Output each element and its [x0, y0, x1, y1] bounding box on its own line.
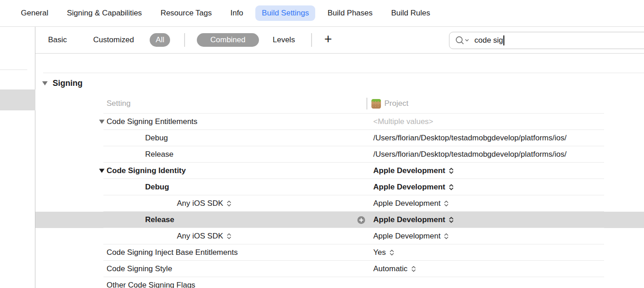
setting-row[interactable]: Code Signing Entitlements <Multiple valu… [35, 114, 644, 130]
all-filter-button[interactable]: All [150, 33, 170, 47]
setting-row[interactable]: Code Signing Style Automatic [35, 261, 644, 277]
setting-value: Yes [373, 248, 386, 257]
setting-value-cell[interactable]: Apple Development [373, 195, 449, 212]
search-input-text[interactable]: code sig [474, 36, 503, 45]
levels-view-button[interactable]: Levels [273, 35, 295, 45]
value-stepper-icon[interactable] [411, 265, 416, 273]
setting-value-cell[interactable]: /Users/florian/Desktop/testadmobgdevelop… [373, 146, 566, 163]
chevron-down-icon [466, 40, 468, 41]
disclosure-box [137, 136, 145, 140]
setting-row[interactable]: Code Signing Identity Apple Development [35, 163, 644, 179]
setting-value: /Users/florian/Desktop/testadmobgdevelop… [373, 150, 566, 159]
setting-value-cell[interactable]: Apple Development [373, 163, 454, 179]
project-app-icon [371, 99, 381, 109]
setting-value: Apple Development [373, 183, 445, 192]
setting-value-cell[interactable]: Apple Development [373, 179, 454, 195]
sidebar-selected-item[interactable] [0, 89, 35, 110]
basic-filter-button[interactable]: Basic [48, 35, 67, 45]
setting-row[interactable]: Debug Apple Development [35, 179, 644, 195]
tab-info[interactable]: Info [230, 9, 243, 18]
disclosure-box [137, 218, 145, 222]
setting-name-cell: Code Signing Inject Base Entitlements [99, 244, 238, 261]
column-project-label: Project [385, 99, 409, 108]
setting-label: Any iOS SDK [177, 232, 223, 241]
setting-value: Apple Development [373, 215, 445, 224]
build-settings-pane: Basic Customized All Combined Levels + c… [35, 27, 644, 288]
setting-name-cell: Any iOS SDK [169, 228, 232, 244]
setting-row[interactable]: Release Apple Development [35, 212, 644, 228]
setting-row[interactable]: Code Signing Inject Base Entitlements Ye… [35, 244, 644, 261]
value-stepper-icon[interactable] [449, 216, 454, 223]
setting-value-cell[interactable]: /Users/florian/Desktop/testadmobgdevelop… [373, 130, 566, 146]
combined-view-button[interactable]: Combined [197, 33, 259, 47]
search-icon[interactable] [455, 35, 470, 45]
setting-name-cell: Release [137, 212, 174, 228]
setting-label: Any iOS SDK [177, 199, 223, 208]
setting-value-cell[interactable]: Apple Development [373, 228, 449, 244]
row-disclosure-icon[interactable] [99, 119, 105, 124]
disclosure-box [99, 267, 107, 271]
sidebar-divider [0, 70, 27, 70]
setting-row[interactable]: Release /Users/florian/Desktop/testadmob… [35, 146, 644, 163]
table-column-header: Setting Project [35, 94, 644, 114]
setting-row[interactable]: Debug /Users/florian/Desktop/testadmobgd… [35, 130, 644, 146]
disclosure-box [169, 201, 177, 206]
setting-value-cell[interactable]: <Multiple values> [373, 114, 433, 130]
toolbar-separator [311, 33, 312, 47]
setting-value: Automatic [373, 264, 408, 273]
setting-name-cell: Code Signing Entitlements [99, 114, 197, 130]
value-stepper-icon[interactable] [449, 167, 454, 174]
setting-label: Code Signing Style [107, 264, 172, 273]
add-override-button[interactable] [357, 216, 365, 224]
disclosure-box [99, 119, 107, 124]
value-stepper-icon[interactable] [449, 184, 454, 191]
setting-label: Other Code Signing Flags [107, 281, 195, 288]
setting-row[interactable]: Other Code Signing Flags [35, 277, 644, 288]
label-stepper-icon[interactable] [226, 200, 232, 207]
disclosure-box [137, 152, 145, 157]
setting-name-cell: Any iOS SDK [169, 195, 232, 212]
signing-section-header[interactable]: Signing [42, 79, 83, 88]
label-stepper-icon[interactable] [226, 233, 232, 240]
tab-general[interactable]: General [21, 9, 48, 18]
tab-signing-capabilities[interactable]: Signing & Capabilities [67, 9, 141, 18]
setting-name-cell: Debug [137, 179, 169, 195]
build-settings-toolbar: Basic Customized All Combined Levels + c… [35, 27, 644, 54]
table-top-divider [43, 73, 644, 73]
column-separator [366, 98, 367, 109]
setting-label: Code Signing Entitlements [107, 117, 197, 126]
row-disclosure-icon[interactable] [99, 169, 105, 173]
section-disclosure-triangle-icon[interactable] [42, 81, 48, 86]
tab-resource-tags[interactable]: Resource Tags [161, 9, 212, 18]
setting-row[interactable]: Any iOS SDK Apple Development [35, 228, 644, 244]
navigator-sidebar [0, 27, 35, 288]
setting-value: /Users/florian/Desktop/testadmobgdevelop… [373, 134, 566, 143]
setting-value-cell[interactable]: Automatic [373, 261, 416, 277]
value-stepper-icon[interactable] [444, 200, 449, 207]
tab-bar: GeneralSigning & CapabilitiesResource Ta… [0, 0, 644, 27]
setting-name-cell: Code Signing Style [99, 261, 172, 277]
add-build-setting-button[interactable]: + [324, 33, 332, 48]
setting-label: Debug [145, 134, 168, 143]
tab-build-rules[interactable]: Build Rules [391, 9, 430, 18]
setting-value-cell[interactable]: Apple Development [373, 212, 454, 228]
search-field[interactable]: code sig [449, 32, 644, 49]
tab-build-settings[interactable]: Build Settings [255, 5, 315, 21]
value-stepper-icon[interactable] [444, 233, 449, 240]
setting-label: Release [145, 150, 173, 159]
setting-row[interactable]: Any iOS SDK Apple Development [35, 195, 644, 212]
setting-value-cell[interactable]: Yes [373, 244, 395, 261]
tab-build-phases[interactable]: Build Phases [327, 9, 372, 18]
setting-name-cell: Code Signing Identity [99, 163, 186, 179]
section-title: Signing [53, 79, 83, 88]
disclosure-box [99, 169, 107, 173]
toolbar-separator [184, 33, 185, 47]
customized-filter-button[interactable]: Customized [93, 35, 134, 45]
column-setting-label: Setting [107, 99, 131, 108]
disclosure-box [99, 283, 107, 288]
setting-value: <Multiple values> [373, 117, 433, 126]
setting-value: Apple Development [373, 232, 440, 241]
settings-rows: Code Signing Entitlements <Multiple valu… [35, 114, 644, 288]
value-stepper-icon[interactable] [389, 249, 395, 256]
setting-value: Apple Development [373, 166, 445, 175]
